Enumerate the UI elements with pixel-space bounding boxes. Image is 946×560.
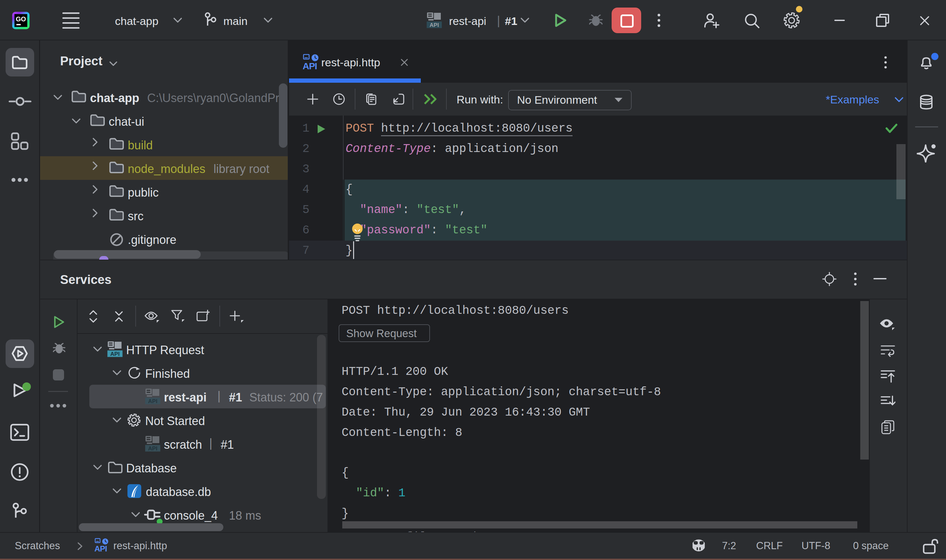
svg-text:API: API <box>148 445 157 452</box>
svg-text:API: API <box>95 544 107 552</box>
svg-text:API: API <box>303 61 317 70</box>
svg-text:API: API <box>430 22 439 28</box>
svg-text:API: API <box>148 398 157 405</box>
svg-text:API: API <box>110 351 120 357</box>
